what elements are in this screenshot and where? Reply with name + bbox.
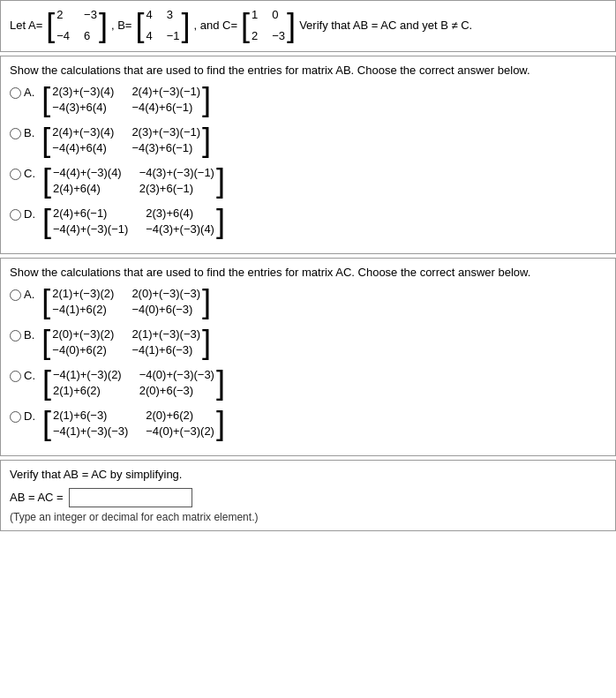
radio-AC-C[interactable] <box>10 371 21 382</box>
verify-equation: AB = AC = <box>10 491 64 504</box>
option-AB-A-label: A. <box>24 86 34 99</box>
verify-hint: (Type an integer or decimal for each mat… <box>10 511 606 523</box>
option-AC-C-label: C. <box>24 369 35 382</box>
section-AC: Show the calculations that are used to f… <box>0 258 616 456</box>
let-label: Let A= <box>10 17 42 35</box>
option-AC-C: C. [ −4(1)+(−3)(2)−4(0)+(−3)(−3) 2(1)+6(… <box>10 367 606 399</box>
section-AC-title: Show the calculations that are used to f… <box>10 266 606 279</box>
option-AB-B: B. [ 2(4)+(−3)(4)2(3)+(−3)(−1) −4(4)+6(4… <box>10 124 606 156</box>
radio-AC-B[interactable] <box>10 330 21 341</box>
radio-AB-C[interactable] <box>10 169 21 180</box>
radio-AC-A[interactable] <box>10 289 21 301</box>
radio-AB-D[interactable] <box>10 209 21 221</box>
option-AB-A: A. [ 2(3)+(−3)(4)2(4)+(−3)(−1) −4(3)+6(4… <box>10 84 606 116</box>
verify-label: Verify that AB = AC and yet B ≠ C. <box>299 17 472 35</box>
and-label: , and C= <box>194 17 238 35</box>
verify-section: Verify that AB = AC by simplifying. AB =… <box>0 460 616 531</box>
header: Let A= [ 2−3 −46 ] , B= [ 43 4−1 ] , and… <box>0 0 616 52</box>
matrix-A: [ 2−3 −46 ] <box>46 6 108 46</box>
radio-AC-D[interactable] <box>10 411 21 423</box>
option-AB-C-label: C. <box>24 167 35 180</box>
option-AC-A-label: A. <box>24 288 34 301</box>
radio-AB-A[interactable] <box>10 87 21 99</box>
option-AB-D: D. [ 2(4)+6(−1)2(3)+6(4) −4(4)+(−3)(−1)−… <box>10 206 606 237</box>
option-AC-D-label: D. <box>24 409 35 423</box>
option-AC-D: D. [ 2(1)+6(−3)2(0)+6(2) −4(1)+(−3)(−3)−… <box>10 408 606 439</box>
section-AB: Show the calculations that are used to f… <box>0 56 616 254</box>
verify-title: Verify that AB = AC by simplifying. <box>10 468 606 481</box>
radio-AB-B[interactable] <box>10 128 21 139</box>
option-AC-B: B. [ 2(0)+(−3)(2)2(1)+(−3)(−3) −4(0)+6(2… <box>10 326 606 358</box>
section-AB-title: Show the calculations that are used to f… <box>10 64 606 77</box>
answer-input[interactable] <box>69 488 192 507</box>
option-AC-B-label: B. <box>24 328 34 341</box>
B-label: , B= <box>111 17 132 35</box>
matrix-C: [ 10 2−3 ] <box>241 6 296 46</box>
option-AB-B-label: B. <box>24 126 34 139</box>
option-AB-C: C. [ −4(4)+(−3)(4)−4(3)+(−3)(−1) 2(4)+6(… <box>10 165 606 197</box>
matrix-B: [ 43 4−1 ] <box>135 6 190 46</box>
option-AB-D-label: D. <box>24 207 35 221</box>
option-AC-A: A. [ 2(1)+(−3)(2)2(0)+(−3)(−3) −4(1)+6(2… <box>10 286 606 318</box>
